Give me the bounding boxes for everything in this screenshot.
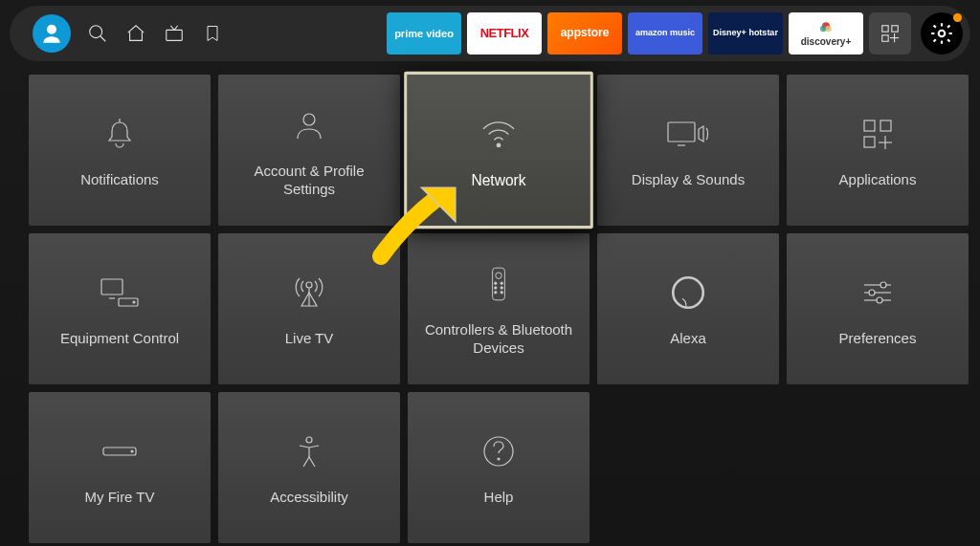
svg-rect-20 — [864, 137, 875, 147]
tile-label: Live TV — [276, 329, 344, 348]
svg-point-14 — [303, 114, 315, 125]
svg-rect-9 — [882, 35, 888, 41]
svg-point-45 — [131, 450, 133, 452]
tile-label: My Fire TV — [75, 488, 164, 507]
svg-rect-19 — [880, 120, 891, 131]
tile-equipment-control[interactable]: Equipment Control — [29, 233, 211, 384]
tile-controllers-bluetooth[interactable]: Controllers & Bluetooth Devices — [408, 233, 590, 384]
display-sound-icon — [664, 111, 712, 157]
apps-icon — [858, 111, 897, 157]
live-button[interactable] — [163, 22, 186, 45]
app-label: amazon music — [635, 29, 695, 38]
home-button[interactable] — [124, 22, 147, 45]
svg-point-34 — [501, 286, 502, 288]
settings-grid: Notifications Account & Profile Settings… — [0, 61, 980, 543]
svg-point-49 — [498, 458, 500, 460]
wifi-icon — [477, 110, 521, 158]
app-row: prime video NETFLIX appstore amazon musi… — [387, 12, 963, 55]
topbar-left — [17, 14, 224, 53]
app-label: Disney+ hotstar — [713, 29, 778, 38]
svg-point-1 — [90, 26, 102, 38]
accessibility-icon — [290, 428, 328, 474]
svg-point-41 — [869, 290, 875, 295]
app-appstore[interactable]: appstore — [547, 12, 622, 55]
svg-point-33 — [495, 286, 497, 288]
tile-alexa[interactable]: Alexa — [597, 233, 779, 384]
app-netflix[interactable]: NETFLIX — [467, 12, 542, 55]
tile-label: Display & Sounds — [622, 170, 754, 189]
tile-network[interactable]: Network — [404, 72, 593, 229]
svg-point-0 — [48, 25, 56, 33]
antenna-icon — [290, 270, 328, 316]
tile-my-fire-tv[interactable]: My Fire TV — [29, 392, 211, 543]
alexa-icon — [668, 270, 708, 316]
account-icon — [290, 102, 328, 148]
remote-icon — [483, 261, 514, 307]
svg-point-39 — [880, 282, 886, 288]
app-amazon-music[interactable]: amazon music — [628, 12, 702, 55]
profile-avatar[interactable] — [33, 14, 71, 53]
app-label: prime video — [394, 28, 454, 39]
svg-rect-7 — [882, 26, 888, 32]
tile-label: Notifications — [71, 170, 168, 189]
apps-grid-icon — [880, 23, 901, 44]
svg-point-15 — [497, 143, 500, 146]
svg-point-35 — [495, 291, 497, 293]
svg-rect-18 — [864, 120, 875, 131]
svg-point-43 — [877, 297, 882, 303]
topbar: prime video NETFLIX appstore amazon musi… — [10, 6, 970, 61]
search-button[interactable] — [86, 22, 109, 45]
tile-label: Controllers & Bluetooth Devices — [408, 320, 590, 358]
tile-accessibility[interactable]: Accessibility — [218, 392, 400, 543]
apps-grid-button[interactable] — [869, 12, 911, 55]
tile-applications[interactable]: Applications — [787, 75, 969, 226]
bookmark-button[interactable] — [201, 22, 224, 45]
settings-button[interactable] — [921, 12, 963, 55]
tile-live-tv[interactable]: Live TV — [218, 233, 400, 384]
tile-label: Network — [461, 171, 536, 190]
tile-label: Applications — [830, 170, 926, 189]
person-icon — [39, 21, 64, 46]
tile-label: Help — [475, 488, 523, 507]
tile-label: Accessibility — [260, 488, 358, 507]
search-icon — [87, 23, 108, 44]
tile-account-profile[interactable]: Account & Profile Settings — [218, 75, 400, 226]
bookmark-icon — [203, 24, 222, 43]
tile-label: Alexa — [660, 329, 716, 348]
app-disney-hotstar[interactable]: Disney+ hotstar — [708, 12, 783, 55]
svg-point-27 — [306, 282, 312, 288]
app-label: NETFLIX — [480, 27, 529, 40]
app-discovery-plus[interactable]: discovery+ — [789, 12, 863, 55]
svg-point-6 — [825, 25, 832, 32]
svg-point-36 — [501, 291, 502, 293]
svg-rect-8 — [892, 26, 898, 32]
svg-point-12 — [939, 31, 946, 37]
sliders-icon — [858, 270, 897, 316]
notification-badge — [953, 13, 962, 22]
tile-help[interactable]: Help — [408, 392, 590, 543]
tile-label: Preferences — [830, 329, 926, 348]
bell-icon — [100, 111, 139, 157]
tv-icon — [164, 23, 185, 44]
svg-rect-16 — [668, 122, 695, 142]
tile-display-sounds[interactable]: Display & Sounds — [597, 75, 779, 226]
equipment-icon — [96, 270, 144, 316]
svg-line-2 — [100, 36, 106, 42]
app-label: discovery+ — [801, 36, 852, 47]
gear-icon — [929, 21, 954, 46]
tile-notifications[interactable]: Notifications — [29, 75, 211, 226]
app-label: appstore — [561, 27, 610, 39]
discovery-logo-icon — [818, 21, 834, 36]
svg-rect-3 — [167, 30, 183, 40]
svg-point-30 — [496, 273, 501, 278]
svg-point-32 — [501, 282, 502, 284]
svg-point-37 — [673, 278, 703, 309]
svg-point-26 — [133, 301, 135, 303]
firetv-device-icon — [96, 428, 144, 474]
tile-preferences[interactable]: Preferences — [787, 233, 969, 384]
app-prime-video[interactable]: prime video — [387, 12, 461, 55]
svg-point-46 — [306, 437, 312, 443]
svg-point-31 — [495, 282, 497, 284]
help-icon — [479, 428, 518, 474]
home-icon — [125, 23, 146, 44]
